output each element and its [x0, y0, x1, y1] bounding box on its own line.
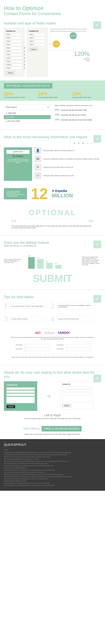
opt-col: 25% Conversion Rate with only 3 fields [4, 91, 33, 98]
opt-pct: 15% [72, 91, 101, 96]
above-section: Above all, do your own testing to find w… [0, 368, 105, 422]
optimum-title: OPTIMUM CONVERSION RATE [4, 83, 52, 88]
dropdown-option-active[interactable]: ◉ 2-3 Fields [4, 115, 51, 119]
field[interactable] [62, 390, 91, 392]
field: Field 4 [29, 44, 45, 46]
text-input[interactable] [24, 348, 50, 351]
check-icon [94, 374, 101, 382]
form-title: Contact Us [6, 384, 35, 386]
source-link[interactable]: http://uxmatters.com/mt/archives/2006/07… [4, 472, 101, 473]
submit-subtitle: Ideally use relevant, non-intimidating t… [4, 245, 101, 247]
section-fields: Number and type of fields matter Contact… [0, 19, 105, 80]
contact-form-white: Contact Us Submit [60, 381, 94, 409]
tip-number: 4 [51, 314, 54, 323]
field[interactable] [62, 386, 91, 389]
field-label: First Name [14, 344, 24, 347]
source-link[interactable]: http://www.grokdotcom.com/2008/01/17/ima… [4, 463, 101, 464]
opt-col: 20% Conversion Rate with 3-5 fields [38, 91, 67, 98]
check-icon [94, 21, 101, 29]
field[interactable] [62, 392, 91, 395]
person-icon: 👤 [35, 147, 41, 154]
source-link[interactable]: http://www.cxpartners.co.uk/cxblog/web_f… [4, 469, 101, 471]
submit-button[interactable]: Submit [6, 71, 15, 74]
tip-number: 1 [4, 302, 8, 310]
tips-title: Tips for field labels [4, 295, 101, 299]
bar [28, 257, 35, 269]
source-link[interactable]: http://www.bryaneisenberg.com/how-expedi… [4, 458, 101, 460]
tip-item: 4Labels on top of the field are best. [51, 314, 94, 323]
submit-button[interactable]: Submit [29, 48, 38, 51]
big-percent-label: Jump In Conversion Rates [50, 57, 90, 62]
source-link[interactable]: http://unbounce.com/conversion-rate-opti… [4, 456, 101, 458]
opt-pct: 25% [4, 91, 33, 96]
dropdown-intro: Fields requiring a drop down selection f… [54, 104, 101, 106]
sources-label: Sources [4, 449, 101, 450]
field-removed: Field 5 [6, 47, 22, 49]
textarea[interactable] [62, 396, 91, 402]
form-title: Contact Us [6, 30, 22, 32]
versus-section: ebY VERSUS YAHOO! Ebay's first and last … [0, 328, 105, 362]
dropdown-option[interactable]: ▲ More than 4 fields [4, 119, 51, 123]
text-input[interactable] [65, 348, 91, 351]
field[interactable] [6, 390, 35, 393]
text-input[interactable] [24, 344, 50, 347]
textarea[interactable] [6, 397, 35, 403]
source-link[interactable]: http://designpepper.com/blog/archives/fo… [4, 482, 101, 484]
bar [46, 263, 53, 269]
field[interactable] [6, 394, 35, 396]
chart-area: Imagescape reduced their Contact form fr… [50, 28, 90, 77]
source-link[interactable]: http://blog.hubspot.com/blog/tabid/6307/… [4, 452, 101, 453]
source-link[interactable]: http://blog.hubspot.com/blog/tabid/6307/… [4, 454, 101, 456]
rf-box: FREE & UNLIMITED ACCESS [42, 426, 82, 432]
field-removed: Field 6 [6, 50, 22, 53]
info-row: ☎Asking for a telephone number (or imply… [35, 156, 101, 162]
source-link[interactable]: http://sixrevisions.com/user-interface/g… [4, 478, 101, 480]
chevron-down-icon: ▾ [47, 106, 49, 108]
source-link[interactable]: http://www.conversionvoodoo.com/blog/201… [4, 474, 101, 475]
submit-button[interactable]: Submit [6, 405, 15, 408]
chart-description: Imagescape reduced their Contact form fr… [50, 28, 90, 32]
versus-desc2: Users expect to see names (first and las… [10, 356, 95, 358]
line-chart: 5.4% 11.9% [50, 35, 90, 50]
optimum-section: OPTIMUM CONVERSION RATE 25% Conversion R… [0, 80, 105, 101]
source-link[interactable]: http://marketingexperiments.com/blog/res… [4, 476, 101, 477]
versus-desc: Ebay's first and last name fields got 60… [10, 336, 95, 340]
info-row: 👤Asking for age reduces conversion rate … [35, 147, 101, 154]
opt-label: Conversion Rate with only 3 fields [4, 96, 33, 98]
footer: QUICKSPROUT Sources http://blog.hubspot.… [0, 439, 105, 491]
tip-item: 32 column create confusion. [4, 314, 47, 323]
optional-desc: 37% were abandoning a form field called … [4, 224, 101, 230]
tip-item: 1No conclusive answer for left vs. right… [4, 302, 47, 310]
field-label: First Name [55, 344, 65, 347]
field: Field 2 [6, 37, 22, 39]
tips-section: Tips for field labels 1No conclusive ans… [0, 292, 105, 328]
field: Field 1 [6, 33, 22, 36]
source-link[interactable]: http://www.clickz.com/clickz/column/1702… [4, 460, 101, 462]
opt-label: Conversion Rate with 3-5 fields [38, 96, 67, 98]
dropdown-option[interactable]: ▲ Single Field [4, 111, 51, 115]
title-line1: How to Optimize [4, 5, 101, 11]
risk-free-section: RISK FREE to FREE & UNLIMITED ACCESS Ano… [0, 422, 105, 439]
check-icon [94, 295, 101, 303]
arrow-right-icon: ➜ [46, 393, 51, 399]
source-link[interactable]: http://www.useit.com/alertbox/forms.html [4, 467, 101, 468]
source-link[interactable]: http://www.lukew.com/ff/entry.asp?1007 [4, 480, 101, 482]
source-link[interactable]: http://www.cxpartners.co.uk/cxblog/web_f… [4, 485, 101, 486]
field: Field 4 [6, 44, 22, 46]
dropdown-section: Drop downs▾ ▲ Single Field ◉ 2-3 Fields … [0, 101, 105, 127]
source-link[interactable]: http://cdn-zmuxt.com/files/cs-misc/addin… [4, 465, 101, 466]
big-number: 12 [31, 185, 48, 202]
check-icon [94, 240, 101, 248]
field: Field 1 [29, 33, 45, 36]
flag-icon: ⚑ [35, 164, 41, 170]
dropdown-header[interactable]: Drop downs▾ [4, 104, 51, 110]
text-input[interactable] [65, 344, 91, 347]
field[interactable] [6, 388, 35, 390]
expedia-logo: ✦ Expedia [52, 189, 73, 193]
field: Field 3 [29, 40, 45, 43]
opt-pct: 20% [38, 91, 67, 96]
quicksprout-logo: QUICKSPROUT [4, 443, 101, 446]
submit-button[interactable]: Submit [62, 404, 71, 407]
form-compare-left: First Name Last Name [14, 344, 50, 352]
submit-left-text: Forms using Submit have an almost 3% dec… [4, 259, 23, 263]
